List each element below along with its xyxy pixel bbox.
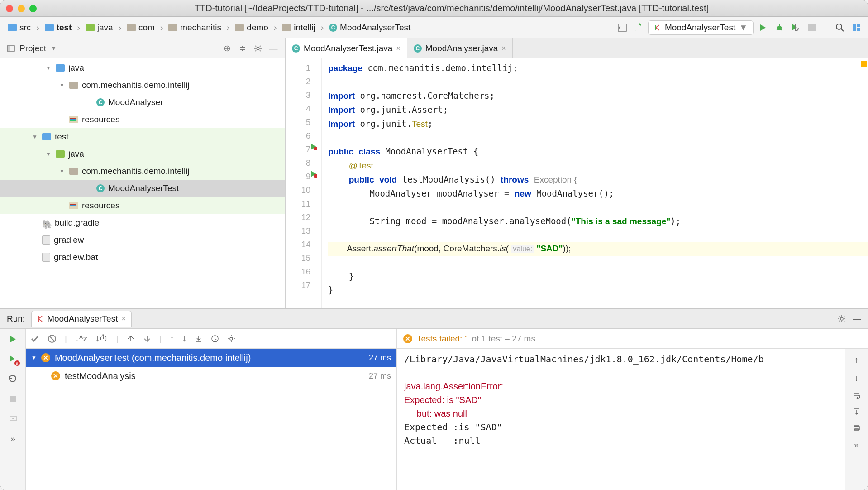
run-configuration-selector[interactable]: MoodAnalyserTest ▼ bbox=[648, 20, 754, 35]
tree-item[interactable]: ▼ java bbox=[0, 59, 285, 77]
breadcrumb-com[interactable]: com bbox=[124, 22, 157, 34]
tree-item[interactable]: gradlew bbox=[0, 231, 285, 249]
run-tab[interactable]: MoodAnalyserTest × bbox=[31, 311, 132, 327]
test-settings-button[interactable] bbox=[227, 335, 235, 343]
hide-button[interactable]: — bbox=[268, 43, 279, 54]
window-controls bbox=[6, 5, 37, 12]
stop-run-button[interactable] bbox=[7, 393, 19, 405]
breadcrumb-demo[interactable]: demo bbox=[232, 22, 271, 34]
run-gutter-icon[interactable] bbox=[310, 143, 317, 150]
console-output[interactable]: /Library/Java/JavaVirtualMachines/jdk1.8… bbox=[397, 349, 845, 490]
project-label[interactable]: Project bbox=[19, 43, 46, 53]
tree-arrow-icon[interactable]: ▼ bbox=[59, 168, 66, 174]
run-label: Run: bbox=[7, 314, 25, 324]
stop-button[interactable] bbox=[805, 21, 819, 34]
locate-button[interactable]: ⊕ bbox=[222, 43, 233, 54]
chevron-right-icon: › bbox=[160, 23, 163, 33]
maximize-window-button[interactable] bbox=[29, 5, 37, 12]
breadcrumb-java[interactable]: java bbox=[83, 22, 116, 34]
tree-arrow-icon[interactable]: ▼ bbox=[46, 151, 52, 157]
run-button[interactable] bbox=[756, 21, 770, 34]
test-root-time: 27 ms bbox=[369, 353, 391, 363]
toggle-auto-test-button[interactable]: 9 bbox=[7, 353, 19, 365]
rerun-failed-button[interactable] bbox=[7, 373, 19, 385]
warning-stripe-icon[interactable] bbox=[861, 61, 867, 67]
tree-item-label: test bbox=[55, 132, 69, 142]
editor-pane: C MoodAnalyserTest.java × C MoodAnalyser… bbox=[286, 38, 868, 308]
test-icon bbox=[37, 316, 43, 322]
scroll-up-button[interactable]: ↑ bbox=[854, 355, 859, 365]
close-icon[interactable]: × bbox=[396, 44, 400, 53]
tree-item[interactable]: 🐘 build.gradle bbox=[0, 214, 285, 231]
tree-item[interactable]: ▼ com.mechanitis.demo.intellij bbox=[0, 77, 285, 94]
close-icon[interactable]: × bbox=[121, 315, 125, 323]
soft-wrap-button[interactable] bbox=[853, 391, 861, 399]
history-button[interactable] bbox=[211, 335, 219, 343]
sort-alpha-button[interactable]: ↓ᴬz bbox=[75, 333, 87, 344]
folder-icon bbox=[168, 24, 177, 31]
project-tree[interactable]: ▼ java ▼ com.mechanitis.demo.intellij C … bbox=[0, 58, 285, 308]
breadcrumb-class[interactable]: CMoodAnalyserTest bbox=[326, 22, 413, 34]
breadcrumb-src[interactable]: src bbox=[5, 22, 33, 34]
show-ignored-button[interactable] bbox=[48, 334, 57, 343]
class-icon: C bbox=[292, 44, 300, 53]
tree-item[interactable]: ▼ com.mechanitis.demo.intellij bbox=[0, 163, 285, 180]
run-settings-button[interactable] bbox=[837, 314, 846, 323]
tree-item[interactable]: ▼ java bbox=[0, 145, 285, 163]
hide-run-button[interactable]: — bbox=[853, 314, 861, 324]
chevron-right-icon: › bbox=[36, 23, 39, 33]
close-icon[interactable]: × bbox=[501, 44, 506, 53]
breadcrumb-test[interactable]: test bbox=[42, 22, 75, 34]
tree-arrow-icon[interactable]: ▼ bbox=[59, 82, 66, 88]
breadcrumb-mechanitis[interactable]: mechanitis bbox=[166, 22, 224, 34]
resources-icon bbox=[69, 116, 78, 123]
test-child-row[interactable]: ✕ testMoodAnalysis 27 ms bbox=[26, 367, 396, 385]
tree-item[interactable]: ▼ test bbox=[0, 128, 285, 145]
test-tree[interactable]: ▼ ✕ MoodAnalyserTest (com.mechanitis.dem… bbox=[26, 349, 396, 490]
settings-button[interactable] bbox=[253, 43, 263, 54]
export-button[interactable] bbox=[195, 335, 203, 343]
show-passed-button[interactable] bbox=[30, 334, 39, 343]
prev-failed-button[interactable]: ↑ bbox=[170, 334, 174, 344]
collapse-all-button[interactable] bbox=[143, 335, 151, 343]
tree-item[interactable]: resources bbox=[0, 111, 285, 128]
dump-threads-button[interactable] bbox=[7, 413, 19, 425]
test-config-icon bbox=[654, 24, 661, 31]
editor[interactable]: 1234567891011121314151617 package com.me… bbox=[286, 58, 868, 308]
print-button[interactable] bbox=[853, 424, 861, 432]
breadcrumb-intellij[interactable]: intellij bbox=[279, 22, 318, 34]
sort-duration-button[interactable]: ↓⏱ bbox=[95, 334, 109, 344]
tree-item[interactable]: gradlew.bat bbox=[0, 249, 285, 266]
search-button[interactable] bbox=[833, 21, 847, 34]
tree-arrow-icon[interactable]: ▼ bbox=[32, 134, 38, 140]
tree-item[interactable]: C MoodAnalyserTest bbox=[0, 180, 285, 197]
run-coverage-button[interactable] bbox=[789, 21, 802, 34]
debug-button[interactable] bbox=[773, 21, 786, 34]
folder-icon bbox=[235, 24, 244, 31]
build-button[interactable] bbox=[632, 21, 645, 34]
project-view-icon bbox=[7, 44, 15, 53]
expand-all-button[interactable] bbox=[127, 335, 135, 343]
project-structure-button[interactable] bbox=[849, 21, 863, 34]
nav-back-button[interactable] bbox=[615, 21, 629, 34]
chevron-down-icon[interactable]: ▼ bbox=[51, 45, 57, 52]
tree-item[interactable]: C MoodAnalyser bbox=[0, 94, 285, 111]
more-button[interactable]: » bbox=[854, 440, 859, 450]
expand-all-button[interactable]: ≑ bbox=[237, 43, 248, 54]
next-failed-button[interactable]: ↓ bbox=[182, 334, 187, 344]
run-gutter-icon[interactable] bbox=[310, 170, 317, 178]
more-button[interactable]: » bbox=[7, 433, 19, 445]
gutter[interactable]: 1234567891011121314151617 bbox=[286, 58, 322, 308]
test-failed-icon: ✕ bbox=[403, 334, 412, 343]
tree-item[interactable]: resources bbox=[0, 197, 285, 214]
tree-arrow-icon[interactable]: ▼ bbox=[46, 65, 52, 71]
scroll-down-button[interactable]: ↓ bbox=[854, 373, 859, 383]
editor-tab[interactable]: C MoodAnalyserTest.java × bbox=[286, 38, 407, 58]
test-root-row[interactable]: ▼ ✕ MoodAnalyserTest (com.mechanitis.dem… bbox=[26, 349, 396, 367]
close-window-button[interactable] bbox=[6, 5, 13, 12]
scroll-to-end-button[interactable] bbox=[853, 408, 861, 416]
rerun-button[interactable] bbox=[7, 333, 19, 345]
code-area[interactable]: package com.mechanitis.demo.intellij; im… bbox=[322, 58, 868, 308]
minimize-window-button[interactable] bbox=[18, 5, 25, 12]
editor-tab[interactable]: C MoodAnalyser.java × bbox=[407, 38, 513, 58]
